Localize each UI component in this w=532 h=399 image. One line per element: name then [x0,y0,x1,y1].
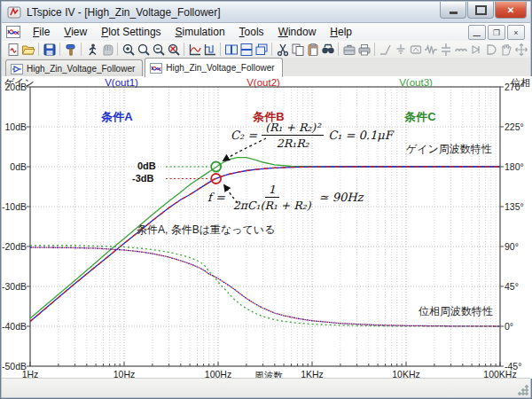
zoom-in-icon[interactable] [121,42,136,57]
y-right-tick: 180° [505,161,524,172]
y-right-tick: 225° [505,121,524,132]
zero-db-marker-label: 0dB [137,160,156,171]
toolbar-separator [184,43,184,56]
copy-icon[interactable] [290,42,305,57]
y-left-tick: 0dB [2,161,27,172]
menu-plot-settings[interactable]: Plot Settings [94,24,168,40]
y-right-tick: 270° [505,82,524,92]
waveform-pane[interactable]: ゲイン 位相 V(out1) V(out2) V(out3) 条件A 条件B 条… [2,76,532,379]
trace-label-vout3[interactable]: V(out3) [384,77,448,88]
briefcase-icon[interactable] [341,42,356,57]
app-icon [7,5,21,20]
hammer-icon[interactable] [63,42,78,57]
menu-help[interactable]: Help [323,24,359,40]
condition-c-label: 条件C [398,109,442,125]
plot-settings-icon[interactable] [202,42,217,57]
condition-a-label: 条件A [95,109,139,125]
trace-label-vout1[interactable]: V(out1) [90,77,153,88]
child-restore-button[interactable]: ❐ [488,25,505,40]
tab-1[interactable]: High_Zin_Voltage_Follower [5,59,143,77]
cascade-icon[interactable] [254,42,269,57]
ground-icon [393,42,408,57]
window-title: LTspice IV - [High_Zin_Voltage_Follower] [27,6,221,19]
move-hand-icon [498,42,513,57]
wire-icon [378,42,393,57]
inductor-icon [453,42,468,57]
gain-curve-annotation: ゲイン周波数特性 [406,142,492,157]
child-minimize-button[interactable]: ▁ [468,25,486,40]
print-icon[interactable] [356,42,372,57]
title-bar: LTspice IV - [High_Zin_Voltage_Follower]… [2,2,530,23]
menu-tools[interactable]: Tools [232,24,271,40]
zoom-out-icon[interactable] [151,42,166,57]
y-left-tick: -20dB [2,241,27,252]
trace-label-vout2[interactable]: V(out2) [231,77,295,88]
close-button[interactable]: ✕ [495,2,527,19]
save-icon[interactable] [42,42,57,57]
menu-simulation[interactable]: Simulation [168,24,232,40]
paste-icon [305,42,320,57]
autorange-icon[interactable] [187,42,202,57]
y-right-tick: 0° [505,321,513,332]
menu-file[interactable]: File [26,24,57,40]
cut-icon[interactable] [275,42,290,57]
y-left-tick: -40dB [2,321,27,332]
run-icon[interactable] [84,42,99,57]
toolbar-separator [81,43,82,56]
tile-horizontal-icon[interactable] [239,42,254,57]
status-bar [2,378,530,397]
capacitor-icon [438,42,453,57]
toolbar-separator [338,43,339,56]
y-left-tick: 10dB [2,121,27,132]
menu-bar: FileViewPlot SettingsSimulationToolsWind… [2,23,530,42]
find-icon[interactable] [320,42,335,57]
y-left-tick: -10dB [2,201,27,212]
child-close-button[interactable]: × [507,25,525,40]
app-window: LTspice IV - [High_Zin_Voltage_Follower]… [0,0,532,399]
toolbar-separator [38,43,39,56]
y-right-tick: 135° [505,201,524,212]
open-icon[interactable] [20,42,35,57]
y-left-tick: -30dB [2,281,27,292]
toolbar-separator [271,43,272,56]
halt-icon [99,42,114,57]
menu-view[interactable]: View [57,24,94,40]
trace-V(out3)-gain [30,158,500,318]
tab-bar: High_Zin_Voltage_FollowerHigh_Zin_Voltag… [2,58,530,77]
y-left-tick: 20dB [2,82,27,92]
equation-c2: C₂ = (R₁ + R₂)²2R₁R₂ C₁ = 0.1μF [231,121,393,150]
toolbar-separator [117,43,118,56]
equation-cutoff-frequency: f = 12πC₁(R₁ + R₂) ≃ 90Hz [207,183,363,212]
menu-window[interactable]: Window [271,24,324,40]
resize-grip[interactable] [517,384,528,395]
maximize-button[interactable] [467,2,494,19]
resistor-icon [423,42,438,57]
tab-2-active[interactable]: High_Zin_Voltage_Follower [145,58,282,77]
minimize-button[interactable] [440,2,466,19]
mdi-child-controls: ▁ ❐ × [468,25,525,40]
new-schematic-icon[interactable] [5,42,20,57]
phase-curve-annotation: 位相周波数特性 [419,304,493,319]
zoom-region-icon[interactable] [136,42,151,57]
menu-items: FileViewPlot SettingsSimulationToolsWind… [26,24,359,40]
toolbar [2,41,530,59]
drag-icon [513,42,528,57]
y-right-tick: 45° [505,281,519,292]
overlap-note: 条件A, 条件Bは重なっている [137,223,275,238]
component-icon [483,42,498,57]
diode-icon [468,42,483,57]
net-label-icon [408,42,423,57]
minus-3db-marker-label: -3dB [132,173,153,184]
y-right-tick: 90° [505,241,519,252]
toolbar-separator [374,43,375,56]
toolbar-separator [220,43,221,56]
tile-vertical-icon[interactable] [223,42,239,57]
waveform-window-icon [6,26,20,38]
toolbar-separator [59,43,60,56]
zoom-full-icon[interactable] [166,42,181,57]
